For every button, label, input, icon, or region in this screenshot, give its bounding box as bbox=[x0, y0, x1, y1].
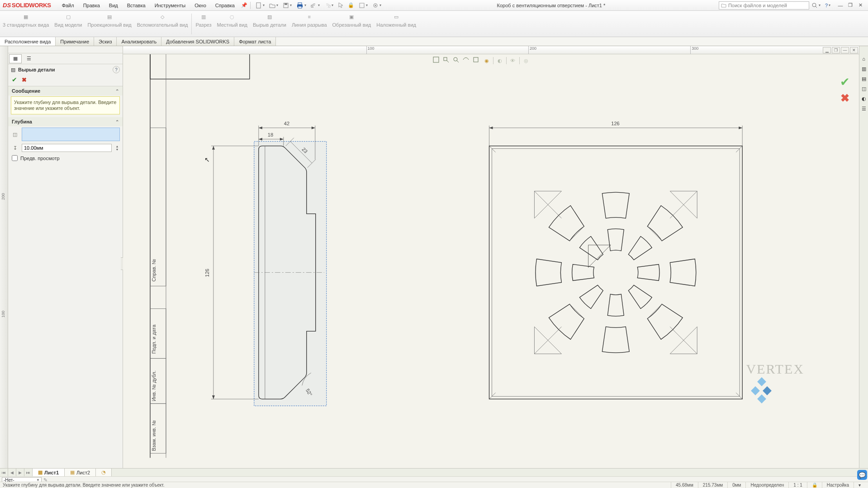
zoom-fit-icon[interactable] bbox=[432, 56, 441, 65]
spin-up-icon[interactable]: ▲ bbox=[114, 145, 120, 148]
tab-addins[interactable]: Добавления SOLIDWORKS bbox=[161, 37, 234, 46]
collapse-icon[interactable]: ⌃ bbox=[115, 119, 119, 124]
ribbon-break-line[interactable]: ≡Линия разрыва bbox=[289, 12, 330, 28]
ribbon-broken-out[interactable]: ▨Вырыв детали bbox=[250, 12, 289, 28]
nav-next-icon[interactable]: ▶ bbox=[16, 469, 24, 476]
print-button[interactable] bbox=[294, 1, 308, 9]
tab-annotation[interactable]: Примечание bbox=[56, 37, 94, 46]
close-button[interactable]: ✕ bbox=[855, 1, 865, 9]
sheet-tab-2[interactable]: ▦Лист2 bbox=[65, 469, 96, 476]
edit-scene-icon[interactable]: 👁 bbox=[508, 56, 517, 65]
add-sheet-icon: ◔ bbox=[101, 469, 106, 475]
svg-rect-76 bbox=[758, 395, 767, 404]
new-doc-button[interactable] bbox=[254, 1, 266, 9]
add-sheet-button[interactable]: ◔ bbox=[96, 469, 112, 476]
pm-section-depth[interactable]: Глубина⌃ bbox=[8, 117, 123, 126]
drawing-canvas[interactable]: ◉ ◐ 👁 ◎ ✔ ✖ С bbox=[123, 54, 860, 468]
search-input[interactable]: Поиск файлов и моделей bbox=[719, 1, 809, 9]
tab-sheet-format[interactable]: Формат листа bbox=[234, 37, 276, 46]
pin-icon[interactable]: 📌 bbox=[241, 2, 247, 8]
nav-prev-icon[interactable]: ◀ bbox=[8, 469, 16, 476]
pm-tab-feature-icon[interactable]: ▦ bbox=[9, 54, 22, 63]
ribbon-projection-view[interactable]: ▤Проекционный вид bbox=[85, 12, 134, 28]
options-button[interactable] bbox=[370, 1, 383, 9]
tab-evaluate[interactable]: Анализировать bbox=[117, 37, 161, 46]
doc-max-button[interactable]: — bbox=[841, 47, 849, 53]
confirmation-corner: ✔ ✖ bbox=[840, 75, 850, 104]
tp-view-palette-icon[interactable]: ◫ bbox=[860, 85, 868, 92]
menu-window[interactable]: Окно bbox=[190, 1, 211, 9]
status-x: 45.68мм bbox=[671, 482, 698, 488]
zoom-area-icon[interactable] bbox=[442, 56, 451, 65]
pm-tab-list-icon[interactable]: ☰ bbox=[23, 54, 35, 63]
display-style-icon[interactable]: ◉ bbox=[482, 56, 491, 65]
confirm-cancel-icon[interactable]: ✖ bbox=[840, 92, 849, 104]
status-lock-icon[interactable]: 🔒 bbox=[807, 482, 822, 488]
ribbon-detail[interactable]: ◌Местный вид bbox=[214, 12, 250, 28]
minimize-button[interactable]: — bbox=[835, 1, 845, 9]
chat-bubble-icon[interactable]: 💬 bbox=[857, 470, 867, 480]
search-go-button[interactable] bbox=[810, 1, 822, 9]
tp-appearances-icon[interactable]: ◐ bbox=[860, 95, 868, 102]
tp-custom-props-icon[interactable]: ☰ bbox=[860, 105, 868, 112]
spinner[interactable]: ▲▼ bbox=[114, 145, 120, 151]
open-doc-button[interactable] bbox=[267, 1, 280, 9]
collapse-icon[interactable]: ⌃ bbox=[115, 89, 119, 94]
tp-design-lib-icon[interactable]: ▥ bbox=[860, 65, 868, 72]
menu-edit[interactable]: Правка bbox=[79, 1, 104, 9]
sheet-tab-1[interactable]: ▦Лист1 bbox=[33, 469, 65, 476]
save-button[interactable] bbox=[281, 1, 294, 9]
menu-view[interactable]: Вид bbox=[104, 1, 123, 9]
undo-button[interactable] bbox=[309, 1, 322, 9]
broken-out-icon: ▨ bbox=[11, 67, 15, 73]
ruler-mark: 100 bbox=[368, 46, 375, 51]
rebuild-button[interactable]: 🔒 bbox=[346, 1, 356, 9]
pm-preview-checkbox[interactable]: Предв. просмотр bbox=[8, 153, 123, 163]
ribbon-aux-view[interactable]: ◇Вспомогательный вид bbox=[134, 12, 191, 28]
preview-check[interactable] bbox=[12, 155, 18, 161]
tab-sketch[interactable]: Эскиз bbox=[94, 37, 117, 46]
tp-resources-icon[interactable]: ⌂ bbox=[860, 55, 868, 62]
redo-button[interactable] bbox=[323, 1, 335, 9]
status-more-icon[interactable]: ▾ bbox=[854, 482, 865, 488]
view-orient-icon[interactable] bbox=[472, 56, 481, 65]
menu-insert[interactable]: Вставка bbox=[123, 1, 150, 9]
tab-view-layout[interactable]: Расположение вида bbox=[0, 37, 56, 46]
tp-file-explorer-icon[interactable]: ▤ bbox=[860, 75, 868, 82]
pm-depth-input[interactable] bbox=[22, 144, 112, 152]
separator bbox=[519, 57, 520, 64]
pm-ok-button[interactable]: ✔ bbox=[12, 76, 17, 83]
section-view-icon[interactable] bbox=[462, 56, 471, 65]
nav-first-icon[interactable]: ⏮ bbox=[0, 469, 8, 476]
svg-text:42: 42 bbox=[284, 121, 289, 126]
status-scale[interactable]: 1 : 1 bbox=[788, 482, 806, 488]
menu-file[interactable]: Файл bbox=[57, 1, 79, 9]
nav-last-icon[interactable]: ⏭ bbox=[24, 469, 33, 476]
apply-scene-icon[interactable]: ◎ bbox=[522, 56, 531, 65]
svg-line-15 bbox=[457, 61, 459, 62]
doc-min-button[interactable]: ▁ bbox=[823, 47, 831, 53]
help-button[interactable]: ? bbox=[823, 2, 832, 9]
doc-restore-button[interactable]: ❐ bbox=[832, 47, 840, 53]
pm-section-message[interactable]: Сообщение⌃ bbox=[8, 86, 123, 95]
ribbon-model-view[interactable]: ▢Вид модели bbox=[52, 12, 85, 28]
restore-button[interactable]: ❐ bbox=[845, 1, 855, 9]
hide-show-icon[interactable]: ◐ bbox=[495, 56, 504, 65]
confirm-ok-icon[interactable]: ✔ bbox=[840, 75, 850, 89]
status-custom[interactable]: Настройка bbox=[822, 482, 854, 488]
svg-rect-17 bbox=[150, 54, 250, 79]
zoom-prev-icon[interactable] bbox=[452, 56, 461, 65]
ribbon-crop-view[interactable]: ▣Обрезанный вид bbox=[330, 12, 374, 28]
ribbon-alternate[interactable]: ▭Наложенный вид bbox=[374, 12, 419, 28]
menu-tools[interactable]: Инструменты bbox=[150, 1, 190, 9]
appearance-button[interactable] bbox=[357, 1, 370, 9]
ribbon-section[interactable]: ▥Разрез bbox=[193, 12, 214, 28]
ribbon-3views[interactable]: ▦3 стандартных вида bbox=[0, 12, 52, 28]
spin-down-icon[interactable]: ▼ bbox=[114, 148, 120, 151]
pm-help-icon[interactable]: ? bbox=[113, 66, 120, 73]
pm-cancel-button[interactable]: ✖ bbox=[22, 76, 27, 83]
select-button[interactable] bbox=[336, 1, 345, 9]
pm-depth-selection-box[interactable] bbox=[22, 128, 120, 141]
menu-help[interactable]: Справка bbox=[211, 1, 239, 9]
doc-close-button[interactable]: ✕ bbox=[850, 47, 858, 53]
